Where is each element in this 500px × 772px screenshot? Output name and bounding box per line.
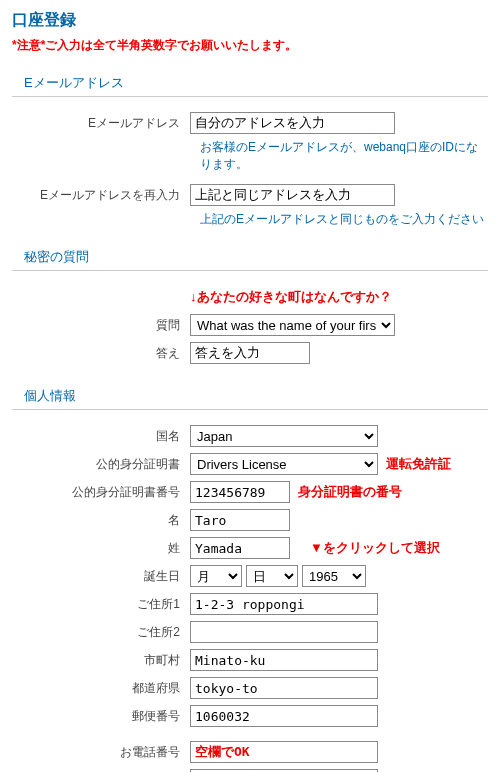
email-field[interactable] [190,112,395,134]
input-warning: *注意*ご入力は全て半角英数字でお願いいたします。 [12,37,488,54]
city-label: 市町村 [12,652,190,669]
firstname-field[interactable] [190,509,290,531]
section-secret: 秘密の質問 [12,238,488,271]
email-confirm-label: Eメールアドレスを再入力 [12,187,190,204]
idnum-field[interactable] [190,481,290,503]
question-label: 質問 [12,317,190,334]
zip-field[interactable] [190,705,378,727]
birth-month-select[interactable]: 月 [190,565,242,587]
country-select[interactable]: Japan [190,425,378,447]
pref-field[interactable] [190,677,378,699]
birth-year-select[interactable]: 1965 [302,565,366,587]
addr1-label: ご住所1 [12,596,190,613]
id-select[interactable]: Drivers License [190,453,378,475]
tel-label: お電話番号 [12,744,190,761]
lastname-note: ▼をクリックして選択 [310,539,440,557]
answer-field[interactable] [190,342,310,364]
addr2-field[interactable] [190,621,378,643]
addr1-field[interactable] [190,593,378,615]
id-label: 公的身分証明書 [12,456,190,473]
pref-label: 都道府県 [12,680,190,697]
email-hint: お客様のEメールアドレスが、webanq口座のIDになります。 [200,140,478,171]
birth-label: 誕生日 [12,568,190,585]
secret-note: ↓あなたの好きな町はなんですか？ [190,288,392,306]
city-field[interactable] [190,649,378,671]
question-select[interactable]: What was the name of your firs [190,314,395,336]
zip-label: 郵便番号 [12,708,190,725]
email-label: Eメールアドレス [12,115,190,132]
answer-label: 答え [12,345,190,362]
email-confirm-field[interactable] [190,184,395,206]
idnum-note: 身分証明書の番号 [298,483,402,501]
section-email: Eメールアドレス [12,64,488,97]
section-personal: 個人情報 [12,377,488,410]
email-confirm-hint: 上記のEメールアドレスと同じものをご入力ください [200,212,484,226]
lastname-field[interactable] [190,537,290,559]
lastname-label: 姓 [12,540,190,557]
firstname-label: 名 [12,512,190,529]
id-note: 運転免許証 [386,455,451,473]
page-title: 口座登録 [12,10,488,31]
addr2-label: ご住所2 [12,624,190,641]
tel-field[interactable] [190,741,378,763]
country-label: 国名 [12,428,190,445]
birth-day-select[interactable]: 日 [246,565,298,587]
idnum-label: 公的身分証明書番号 [12,484,190,501]
